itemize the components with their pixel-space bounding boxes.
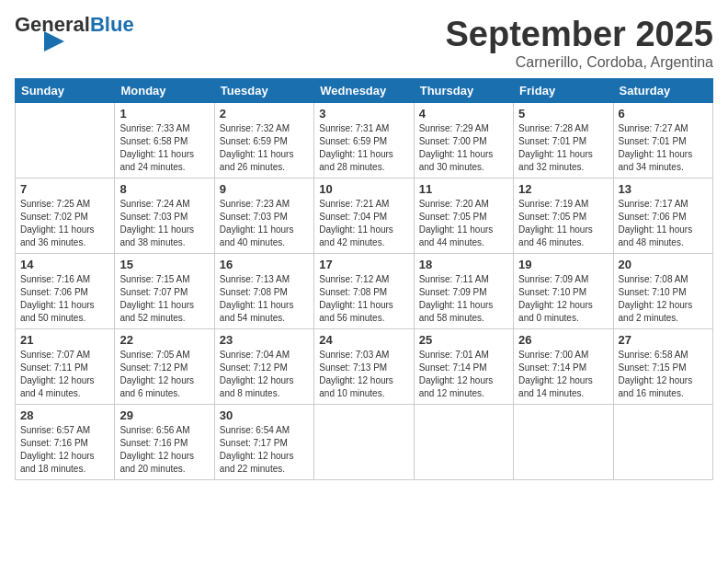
cell-content: Sunrise: 7:24 AM Sunset: 7:03 PM Dayligh… (119, 198, 209, 249)
day-number: 6 (619, 107, 708, 121)
day-number: 28 (20, 408, 109, 422)
logo: General Blue (15, 15, 134, 52)
day-number: 17 (319, 258, 408, 271)
day-number: 1 (119, 107, 209, 121)
cell-content: Sunrise: 7:20 AM Sunset: 7:05 PM Dayligh… (419, 198, 508, 249)
day-number: 4 (419, 107, 508, 121)
cell-content: Sunrise: 7:32 AM Sunset: 6:59 PM Dayligh… (220, 122, 309, 174)
calendar-week-3: 14Sunrise: 7:16 AM Sunset: 7:06 PM Dayli… (16, 254, 713, 329)
day-number: 7 (20, 182, 109, 196)
calendar-cell: 5Sunrise: 7:28 AM Sunset: 7:01 PM Daylig… (514, 103, 613, 178)
cell-content: Sunrise: 7:16 AM Sunset: 7:06 PM Dayligh… (20, 273, 109, 325)
calendar-cell: 22Sunrise: 7:05 AM Sunset: 7:12 PM Dayli… (115, 329, 214, 405)
calendar-cell: 10Sunrise: 7:21 AM Sunset: 7:04 PM Dayli… (314, 178, 414, 254)
calendar-cell: 29Sunrise: 6:56 AM Sunset: 7:16 PM Dayli… (115, 405, 214, 480)
calendar-cell: 25Sunrise: 7:01 AM Sunset: 7:14 PM Dayli… (414, 329, 513, 405)
cell-content: Sunrise: 6:57 AM Sunset: 7:16 PM Dayligh… (20, 424, 109, 476)
cell-content: Sunrise: 7:33 AM Sunset: 6:58 PM Dayligh… (119, 122, 209, 174)
day-number: 22 (119, 333, 209, 347)
cell-content: Sunrise: 7:11 AM Sunset: 7:09 PM Dayligh… (419, 273, 508, 325)
calendar-cell: 16Sunrise: 7:13 AM Sunset: 7:08 PM Dayli… (214, 254, 313, 329)
day-number: 26 (518, 333, 608, 347)
calendar-cell: 17Sunrise: 7:12 AM Sunset: 7:08 PM Dayli… (314, 254, 414, 329)
calendar-cell: 20Sunrise: 7:08 AM Sunset: 7:10 PM Dayli… (613, 254, 712, 329)
cell-content: Sunrise: 7:17 AM Sunset: 7:06 PM Dayligh… (619, 198, 708, 249)
day-number: 24 (319, 333, 408, 347)
month-title: September 2025 (446, 15, 714, 54)
cell-content: Sunrise: 7:25 AM Sunset: 7:02 PM Dayligh… (20, 198, 109, 249)
cell-content: Sunrise: 7:29 AM Sunset: 7:00 PM Dayligh… (419, 122, 508, 174)
day-number: 27 (619, 333, 708, 347)
calendar-cell: 26Sunrise: 7:00 AM Sunset: 7:14 PM Dayli… (514, 329, 613, 405)
cell-content: Sunrise: 7:13 AM Sunset: 7:08 PM Dayligh… (220, 273, 309, 325)
cell-content: Sunrise: 7:27 AM Sunset: 7:01 PM Dayligh… (619, 122, 708, 174)
calendar-cell: 9Sunrise: 7:23 AM Sunset: 7:03 PM Daylig… (214, 178, 313, 254)
cell-content: Sunrise: 7:15 AM Sunset: 7:07 PM Dayligh… (119, 273, 209, 325)
day-number: 23 (220, 333, 309, 347)
day-number: 10 (319, 182, 408, 196)
calendar-cell (613, 405, 712, 480)
day-number: 30 (220, 408, 309, 422)
calendar-cell: 6Sunrise: 7:27 AM Sunset: 7:01 PM Daylig… (613, 103, 712, 178)
calendar-cell (16, 103, 115, 178)
cell-content: Sunrise: 7:03 AM Sunset: 7:13 PM Dayligh… (319, 349, 408, 400)
calendar-cell: 1Sunrise: 7:33 AM Sunset: 6:58 PM Daylig… (115, 103, 214, 178)
day-number: 19 (518, 258, 608, 271)
col-header-thursday: Thursday (414, 79, 513, 103)
cell-content: Sunrise: 7:04 AM Sunset: 7:12 PM Dayligh… (220, 349, 309, 400)
calendar-cell: 21Sunrise: 7:07 AM Sunset: 7:11 PM Dayli… (16, 329, 115, 405)
day-number: 21 (20, 333, 109, 347)
day-number: 29 (119, 408, 209, 422)
col-header-monday: Monday (115, 79, 214, 103)
day-number: 12 (518, 182, 608, 196)
calendar-cell: 12Sunrise: 7:19 AM Sunset: 7:05 PM Dayli… (514, 178, 613, 254)
calendar-week-4: 21Sunrise: 7:07 AM Sunset: 7:11 PM Dayli… (16, 329, 713, 405)
calendar-cell: 4Sunrise: 7:29 AM Sunset: 7:00 PM Daylig… (414, 103, 513, 178)
day-number: 13 (619, 182, 708, 196)
calendar-cell: 27Sunrise: 6:58 AM Sunset: 7:15 PM Dayli… (613, 329, 712, 405)
cell-content: Sunrise: 6:56 AM Sunset: 7:16 PM Dayligh… (119, 424, 209, 476)
calendar-cell: 7Sunrise: 7:25 AM Sunset: 7:02 PM Daylig… (16, 178, 115, 254)
calendar-cell (514, 405, 613, 480)
col-header-saturday: Saturday (613, 79, 712, 103)
calendar-week-5: 28Sunrise: 6:57 AM Sunset: 7:16 PM Dayli… (16, 405, 713, 480)
calendar-cell: 28Sunrise: 6:57 AM Sunset: 7:16 PM Dayli… (16, 405, 115, 480)
cell-content: Sunrise: 7:07 AM Sunset: 7:11 PM Dayligh… (20, 349, 109, 400)
cell-content: Sunrise: 7:00 AM Sunset: 7:14 PM Dayligh… (518, 349, 608, 400)
cell-content: Sunrise: 7:01 AM Sunset: 7:14 PM Dayligh… (419, 349, 508, 400)
day-number: 3 (319, 107, 408, 121)
col-header-wednesday: Wednesday (314, 79, 414, 103)
day-number: 16 (220, 258, 309, 271)
cell-content: Sunrise: 6:58 AM Sunset: 7:15 PM Dayligh… (619, 349, 708, 400)
day-number: 25 (419, 333, 508, 347)
day-number: 9 (220, 182, 309, 196)
col-header-friday: Friday (514, 79, 613, 103)
cell-content: Sunrise: 7:31 AM Sunset: 6:59 PM Dayligh… (319, 122, 408, 174)
location: Carnerillo, Cordoba, Argentina (446, 54, 714, 71)
calendar-header-row: SundayMondayTuesdayWednesdayThursdayFrid… (16, 79, 713, 103)
calendar-cell: 15Sunrise: 7:15 AM Sunset: 7:07 PM Dayli… (115, 254, 214, 329)
calendar-week-1: 1Sunrise: 7:33 AM Sunset: 6:58 PM Daylig… (16, 103, 713, 178)
calendar-cell: 2Sunrise: 7:32 AM Sunset: 6:59 PM Daylig… (214, 103, 313, 178)
calendar-week-2: 7Sunrise: 7:25 AM Sunset: 7:02 PM Daylig… (16, 178, 713, 254)
cell-content: Sunrise: 6:54 AM Sunset: 7:17 PM Dayligh… (220, 424, 309, 476)
cell-content: Sunrise: 7:12 AM Sunset: 7:08 PM Dayligh… (319, 273, 408, 325)
title-block: September 2025 Carnerillo, Cordoba, Arge… (446, 15, 714, 71)
calendar-cell: 3Sunrise: 7:31 AM Sunset: 6:59 PM Daylig… (314, 103, 414, 178)
calendar-cell: 18Sunrise: 7:11 AM Sunset: 7:09 PM Dayli… (414, 254, 513, 329)
cell-content: Sunrise: 7:23 AM Sunset: 7:03 PM Dayligh… (220, 198, 309, 249)
col-header-sunday: Sunday (16, 79, 115, 103)
day-number: 18 (419, 258, 508, 271)
logo-blue: Blue (90, 15, 134, 35)
calendar-table: SundayMondayTuesdayWednesdayThursdayFrid… (15, 78, 713, 480)
calendar-cell: 14Sunrise: 7:16 AM Sunset: 7:06 PM Dayli… (16, 254, 115, 329)
day-number: 8 (119, 182, 209, 196)
day-number: 20 (619, 258, 708, 271)
calendar-cell: 30Sunrise: 6:54 AM Sunset: 7:17 PM Dayli… (214, 405, 313, 480)
cell-content: Sunrise: 7:28 AM Sunset: 7:01 PM Dayligh… (518, 122, 608, 174)
day-number: 11 (419, 182, 508, 196)
col-header-tuesday: Tuesday (214, 79, 313, 103)
calendar-cell: 8Sunrise: 7:24 AM Sunset: 7:03 PM Daylig… (115, 178, 214, 254)
cell-content: Sunrise: 7:05 AM Sunset: 7:12 PM Dayligh… (119, 349, 209, 400)
logo-arrow-icon (44, 31, 64, 52)
